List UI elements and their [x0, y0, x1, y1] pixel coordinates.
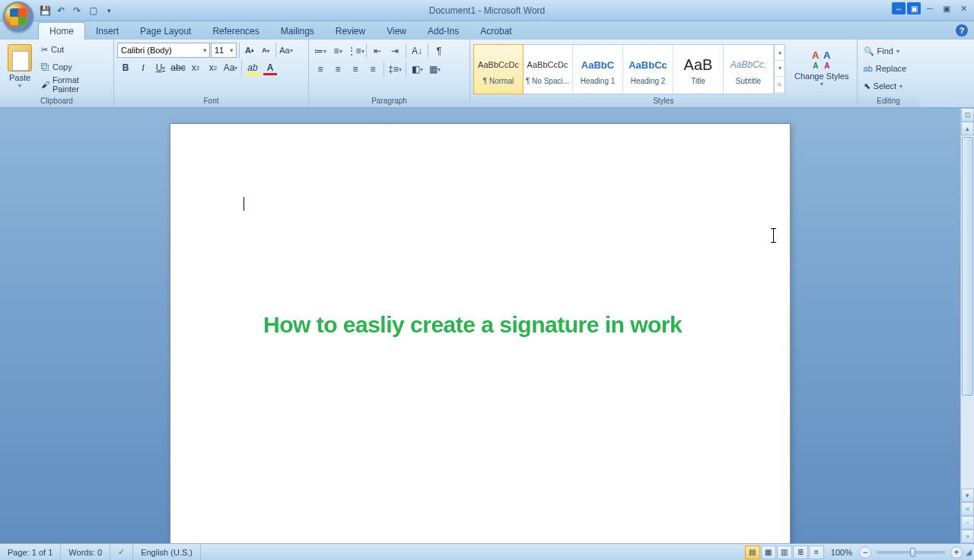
show-hide-button[interactable]: ¶ [431, 43, 447, 59]
close-button[interactable]: ✕ [956, 2, 971, 15]
style-subtitle[interactable]: AaBbCc.Subtitle [724, 45, 774, 94]
undo-icon[interactable]: ↶ [54, 4, 68, 18]
editing-group-label: Editing [858, 95, 920, 107]
style-normal[interactable]: AaBbCcDc¶ Normal [473, 44, 524, 94]
next-page-button[interactable]: » [961, 530, 974, 543]
addon-badge-1[interactable]: ↔ [892, 2, 906, 14]
zoom-slider[interactable] [877, 551, 945, 554]
change-case-button[interactable]: Aa [222, 59, 239, 76]
select-button[interactable]: ⬉Select [861, 78, 906, 94]
clear-formatting-button[interactable]: Aa [279, 43, 294, 58]
zoom-out-button[interactable]: − [859, 546, 871, 558]
increase-indent-button[interactable]: ⇥ [387, 43, 403, 59]
style-title[interactable]: AaBTitle [673, 45, 724, 94]
chevron-down-icon: ▾ [18, 82, 21, 89]
font-color-button[interactable]: A [262, 59, 279, 76]
office-button[interactable] [3, 2, 33, 32]
numbering-button[interactable]: ≡ [329, 43, 346, 59]
tab-add-ins[interactable]: Add-Ins [417, 23, 469, 40]
italic-button[interactable]: I [135, 59, 151, 76]
replace-button[interactable]: abReplace [861, 60, 910, 77]
style-no-spacing[interactable]: AaBbCcDc¶ No Spaci... [523, 45, 573, 94]
gallery-expand-icon[interactable]: ≡ [775, 77, 785, 93]
binoculars-icon: 🔍 [864, 46, 874, 56]
view-full-screen[interactable]: ▦ [761, 546, 776, 559]
font-name-combo[interactable]: Calibri (Body) [117, 43, 210, 58]
zoom-level[interactable]: 100% [825, 548, 858, 557]
borders-button[interactable]: ▦ [426, 61, 443, 78]
find-button[interactable]: 🔍Find [861, 43, 902, 59]
sort-button[interactable]: A↓ [409, 43, 425, 59]
copy-button[interactable]: ⿻Copy [38, 59, 110, 75]
view-web-layout[interactable]: ▥ [777, 546, 792, 559]
document-page[interactable]: How to easliy create a signature in work [170, 123, 791, 543]
gallery-up-icon[interactable]: ▴ [775, 45, 785, 61]
decrease-indent-button[interactable]: ⇤ [369, 43, 386, 59]
tab-mailings[interactable]: Mailings [270, 23, 325, 40]
cut-button[interactable]: ✂Cut [38, 41, 110, 58]
clipboard-group-label: Clipboard [0, 95, 113, 107]
tab-insert[interactable]: Insert [85, 23, 129, 40]
shrink-font-button[interactable]: A▾ [258, 43, 273, 58]
save-icon[interactable]: 💾 [38, 4, 52, 18]
change-styles-button[interactable]: AA AA Change Styles ▾ [790, 44, 854, 94]
tab-references[interactable]: References [202, 23, 269, 40]
help-icon[interactable]: ? [956, 24, 968, 37]
checkmark-icon: ✓ [118, 547, 125, 557]
new-doc-icon[interactable]: ▢ [86, 4, 100, 18]
multilevel-list-button[interactable]: ⋮≡ [347, 43, 364, 59]
qat-more-icon[interactable]: ▾ [102, 4, 116, 18]
strikethrough-button[interactable]: abc [170, 59, 186, 76]
bullets-button[interactable]: ≔ [312, 43, 329, 59]
zoom-in-button[interactable]: + [950, 546, 963, 558]
tab-home[interactable]: Home [38, 22, 85, 40]
shading-button[interactable]: ◧ [409, 61, 425, 78]
status-language[interactable]: English (U.S.) [133, 544, 201, 560]
view-outline[interactable]: ≣ [793, 546, 808, 559]
redo-icon[interactable]: ↷ [70, 4, 84, 18]
view-print-layout[interactable]: ▤ [745, 546, 760, 559]
status-proofing[interactable]: ✓ [110, 544, 133, 560]
format-painter-button[interactable]: 🖌Format Painter [38, 76, 110, 93]
change-styles-icon: AA AA [810, 51, 833, 71]
line-spacing-button[interactable]: ‡≡ [387, 61, 403, 78]
gallery-down-icon[interactable]: ▾ [775, 61, 785, 77]
browse-object-button[interactable]: ◦ [961, 516, 974, 530]
grow-font-button[interactable]: A▴ [242, 43, 257, 58]
align-left-button[interactable]: ≡ [312, 61, 329, 78]
previous-page-button[interactable]: « [961, 502, 974, 516]
overlay-caption: How to easliy create a signature in work [263, 312, 682, 338]
superscript-button[interactable]: x2 [205, 59, 221, 76]
scroll-track[interactable] [961, 135, 974, 488]
bold-button[interactable]: B [117, 59, 134, 76]
status-words[interactable]: Words: 0 [61, 544, 110, 560]
brush-icon: 🖌 [41, 80, 49, 89]
tab-acrobat[interactable]: Acrobat [469, 23, 522, 40]
maximize-button[interactable]: ▣ [939, 2, 954, 15]
scroll-up-button[interactable]: ▴ [961, 122, 974, 135]
style-heading-2[interactable]: AaBbCcHeading 2 [623, 45, 673, 94]
minimize-button[interactable]: ─ [922, 2, 937, 15]
view-draft[interactable]: ≡ [809, 546, 824, 559]
align-center-button[interactable]: ≡ [329, 61, 346, 78]
tab-page-layout[interactable]: Page Layout [129, 23, 202, 40]
style-heading-1[interactable]: AaBbCHeading 1 [573, 45, 623, 94]
document-area[interactable]: How to easliy create a signature in work [0, 108, 960, 543]
addon-badge-2[interactable]: ▣ [907, 2, 921, 14]
underline-button[interactable]: U [152, 59, 169, 76]
scroll-down-button[interactable]: ▾ [961, 488, 974, 502]
status-page[interactable]: Page: 1 of 1 [0, 544, 61, 560]
font-size-combo[interactable]: 11 [211, 43, 237, 58]
tab-view[interactable]: View [376, 23, 417, 40]
tab-review[interactable]: Review [325, 23, 376, 40]
scroll-thumb[interactable] [962, 137, 973, 396]
chevron-down-icon: ▾ [820, 81, 823, 88]
justify-button[interactable]: ≡ [364, 61, 381, 78]
highlight-button[interactable]: ab [244, 59, 261, 76]
paste-button[interactable]: Paste ▾ [3, 41, 37, 91]
subscript-button[interactable]: x2 [187, 59, 204, 76]
resize-grip-icon[interactable]: ◢ [963, 548, 974, 556]
align-right-button[interactable]: ≡ [347, 61, 364, 78]
scroll-top-misc[interactable]: ⊡ [961, 108, 974, 122]
zoom-thumb[interactable] [910, 548, 915, 557]
